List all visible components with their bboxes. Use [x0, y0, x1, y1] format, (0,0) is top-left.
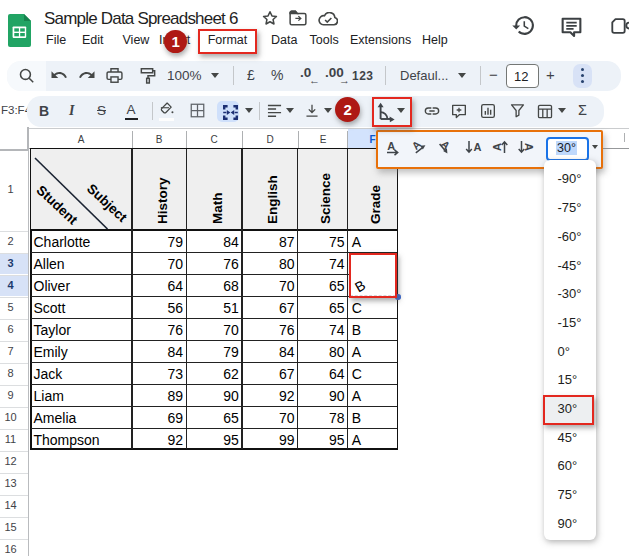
svg-text:A: A	[409, 138, 423, 152]
svg-text:A: A	[387, 140, 395, 152]
svg-text:A: A	[523, 143, 535, 151]
svg-text:A: A	[474, 141, 482, 153]
svg-text:A: A	[491, 143, 503, 151]
